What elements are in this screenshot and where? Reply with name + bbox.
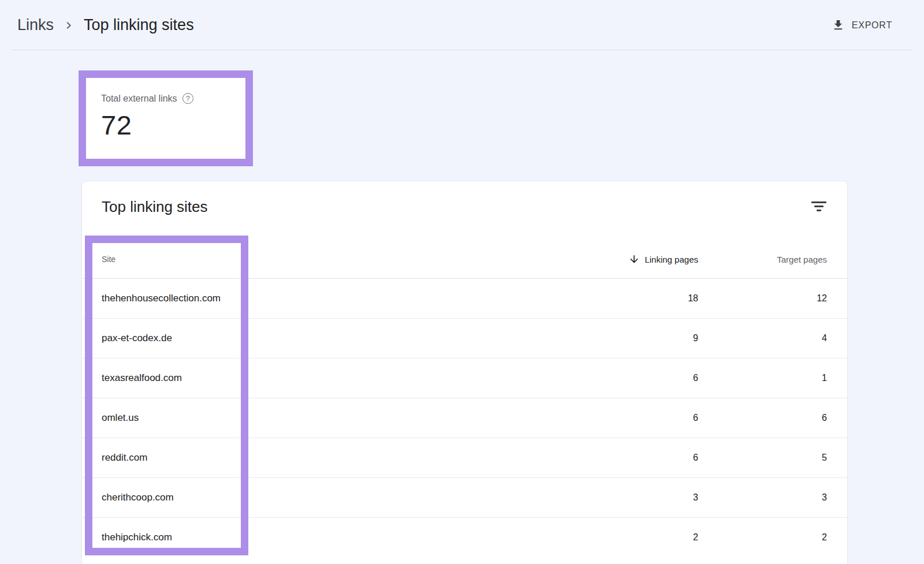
table-row[interactable]: texasrealfood.com 6 1: [82, 358, 847, 398]
linking-pages-cell: 2: [525, 532, 698, 543]
target-pages-cell: 12: [698, 293, 827, 304]
column-header-target-pages[interactable]: Target pages: [698, 255, 827, 264]
top-bar: Links Top linking sites EXPORT: [0, 0, 924, 50]
column-header-site[interactable]: Site: [102, 255, 525, 264]
site-cell[interactable]: texasrealfood.com: [102, 372, 525, 384]
kpi-highlight-frame: Total external links ? 72: [79, 70, 253, 166]
site-cell[interactable]: pax-et-codex.de: [102, 333, 525, 344]
table-header-row: Site Linking pages Target pages: [82, 240, 847, 278]
table-row[interactable]: omlet.us 6 6: [82, 398, 847, 438]
chevron-right-icon: [62, 18, 76, 32]
table-row[interactable]: pax-et-codex.de 9 4: [82, 318, 847, 358]
top-linking-sites-panel: Top linking sites Site Linking pages Tar…: [81, 181, 848, 564]
filter-icon[interactable]: [811, 200, 827, 213]
column-header-linking-pages[interactable]: Linking pages: [525, 253, 698, 265]
site-cell[interactable]: omlet.us: [102, 412, 525, 424]
panel-title: Top linking sites: [102, 197, 847, 216]
linking-pages-cell: 6: [525, 373, 698, 383]
kpi-label: Total external links: [101, 94, 177, 104]
breadcrumb-links[interactable]: Links: [17, 16, 54, 34]
breadcrumb: Links Top linking sites: [17, 16, 194, 34]
table-row[interactable]: thehipchick.com 2 2: [82, 517, 847, 557]
target-pages-cell: 4: [698, 333, 827, 343]
breadcrumb-current: Top linking sites: [84, 16, 194, 34]
target-pages-cell: 2: [698, 532, 827, 543]
export-button[interactable]: EXPORT: [832, 18, 892, 32]
site-cell[interactable]: reddit.com: [102, 452, 525, 464]
table-row[interactable]: thehenhousecollection.com 18 12: [82, 278, 847, 318]
target-pages-cell: 5: [698, 453, 827, 463]
help-icon[interactable]: ?: [182, 93, 193, 104]
site-cell[interactable]: thehipchick.com: [102, 532, 525, 543]
target-pages-cell: 1: [698, 373, 827, 383]
target-pages-cell: 3: [698, 492, 827, 503]
site-cell[interactable]: cherithcoop.com: [102, 492, 525, 503]
header-divider: [12, 50, 912, 50]
linking-pages-cell: 9: [525, 333, 698, 343]
panel-header: Top linking sites: [82, 181, 847, 216]
export-label: EXPORT: [852, 20, 892, 31]
target-pages-cell: 6: [698, 413, 827, 423]
linking-pages-header-label: Linking pages: [644, 255, 698, 264]
linking-pages-cell: 6: [525, 413, 698, 423]
sort-arrow-down-icon: [628, 253, 640, 265]
table-row[interactable]: reddit.com 6 5: [82, 438, 847, 477]
table-row[interactable]: cherithcoop.com 3 3: [82, 477, 847, 517]
site-cell[interactable]: thehenhousecollection.com: [102, 293, 525, 304]
linking-pages-cell: 6: [525, 453, 698, 463]
total-external-links-card: Total external links ? 72: [86, 78, 245, 141]
linking-sites-table: Site Linking pages Target pages thehenho…: [82, 240, 847, 557]
kpi-value: 72: [101, 109, 245, 141]
linking-pages-cell: 3: [525, 492, 698, 503]
linking-pages-cell: 18: [525, 293, 698, 304]
download-icon: [832, 18, 845, 32]
